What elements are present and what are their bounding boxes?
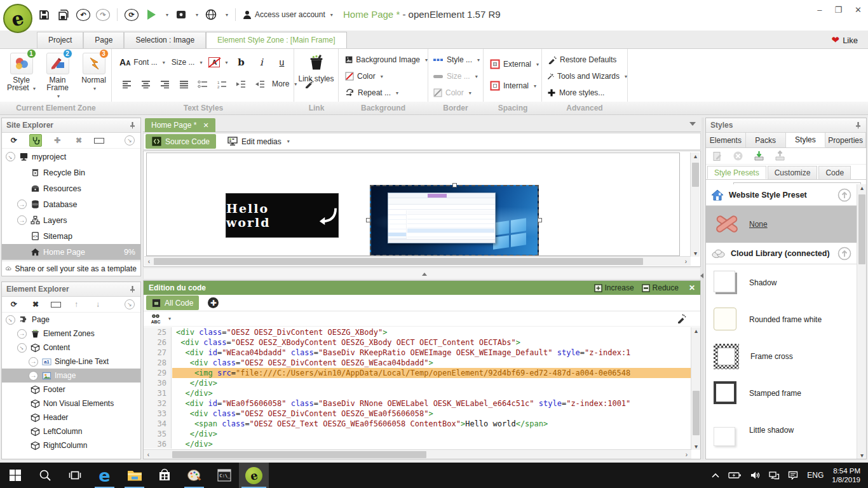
selected-image-element[interactable] <box>370 185 539 256</box>
code-line-34[interactable]: <span class="OESZ OESZ_Text OESZG_WEa0f5… <box>172 419 691 429</box>
vertical-splitter[interactable] <box>702 118 704 459</box>
tree-item-resources[interactable]: Resources <box>2 180 140 196</box>
decrease-indent-icon[interactable] <box>253 77 267 91</box>
code-line-36[interactable]: </div> <box>172 439 691 449</box>
style-preset-button[interactable]: 1 Style Preset ▾ <box>4 53 39 102</box>
text-color-button[interactable]: A▾ <box>208 55 227 70</box>
refresh-icon[interactable]: ⟳ <box>8 298 20 311</box>
scroll-down-icon[interactable]: ▾ <box>691 250 700 257</box>
expander-icon[interactable]: → <box>17 215 27 225</box>
tree-item-content[interactable]: → Content <box>2 341 140 355</box>
scrollbar-thumb[interactable] <box>692 163 699 187</box>
restore-button[interactable]: ❐ <box>834 5 842 15</box>
style-preset-none[interactable]: None <box>706 206 857 243</box>
spell-check-caret-icon[interactable]: ▾ <box>168 316 171 322</box>
tray-chevron-icon[interactable] <box>711 472 720 478</box>
scroll-left-icon[interactable]: ‹ <box>144 451 153 458</box>
save-icon[interactable] <box>37 7 51 22</box>
tree-item-sitemap[interactable]: <> Sitemap <box>2 228 140 244</box>
undo-icon[interactable]: ↶ <box>76 9 90 21</box>
ribbon-tab-project[interactable]: Project <box>37 32 83 48</box>
styles-subtab-code[interactable]: Code <box>818 166 851 179</box>
styles-tab-elements[interactable]: Elements <box>706 133 746 147</box>
move-down-icon[interactable]: ↓ <box>92 298 104 311</box>
underline-button[interactable]: u <box>275 55 288 69</box>
border-size-button[interactable]: Size ...▾ <box>433 69 483 84</box>
increase-button[interactable]: Increase <box>594 283 634 292</box>
expander-icon[interactable]: → <box>6 315 15 325</box>
code-vertical-scrollbar[interactable]: ▴ ▾ <box>691 327 700 450</box>
spacing-internal-button[interactable]: Internal▾ <box>490 78 541 93</box>
ribbon-tab-page[interactable]: Page <box>83 32 124 48</box>
expander-icon[interactable]: → <box>6 152 15 161</box>
spell-check-icon[interactable]: ABC <box>150 313 161 324</box>
edit-style-icon[interactable] <box>712 151 722 161</box>
bullet-list-icon[interactable] <box>196 77 210 91</box>
align-right-icon[interactable] <box>158 77 172 91</box>
tree-item-non-visual-elements[interactable]: Non Visual Elements <box>2 396 140 410</box>
remove-style-icon[interactable] <box>733 151 743 161</box>
volume-icon[interactable] <box>750 471 761 480</box>
site-check-icon[interactable] <box>29 134 42 147</box>
scrollbar-thumb[interactable] <box>693 391 700 435</box>
delete-icon[interactable]: ✖ <box>72 134 85 147</box>
publish-caret-icon[interactable]: ▾ <box>226 12 228 18</box>
redo-icon[interactable]: ↷ <box>96 9 110 21</box>
source-code-button[interactable]: Source Code <box>146 134 216 149</box>
taskbar-edge[interactable]: e <box>90 463 119 488</box>
border-color-button[interactable]: Color▾ <box>433 85 483 100</box>
styles-subtab-style-presets[interactable]: Style Presets <box>707 166 766 179</box>
link-styles-button[interactable]: Link styles <box>294 54 338 83</box>
align-justify-icon[interactable] <box>177 77 191 91</box>
italic-button[interactable]: i <box>254 55 268 69</box>
tree-item-single-line-text[interactable]: → a1 Single-Line Text <box>2 355 140 369</box>
code-line-28[interactable]: <div class="OESZ OESZ_DivContent OESZG_W… <box>172 358 691 368</box>
close-button[interactable]: ✕ <box>855 5 862 15</box>
scroll-up-icon[interactable]: ▴ <box>857 184 867 191</box>
more-styles-button[interactable]: More styles... <box>547 85 627 100</box>
reduce-button[interactable]: Reduce <box>642 283 679 292</box>
export-icon[interactable] <box>174 7 188 22</box>
code-lines[interactable]: <div class="OESZ OESZ_DivContent OESZG_X… <box>172 327 691 449</box>
ribbon-tab-element-style-zone-main-frame[interactable]: Element Style Zone : [Main Frame] <box>206 32 346 48</box>
size-button[interactable]: Size ...▾ <box>172 55 203 70</box>
taskbar-store[interactable] <box>149 463 179 488</box>
taskbar-clock[interactable]: 8:54 PM 1/8/2019 <box>832 466 860 484</box>
like-button[interactable]: ❤ Like <box>832 34 858 46</box>
move-up-icon[interactable]: ↑ <box>70 298 83 311</box>
close-code-panel-icon[interactable]: ✕ <box>689 283 695 292</box>
section-header-website-style-preset[interactable]: Website Style Preset <box>706 184 857 206</box>
hello-world-label-element[interactable]: Hello world <box>226 193 339 238</box>
background-color-button[interactable]: Color▾ <box>345 69 428 84</box>
all-code-tab[interactable]: All Code <box>146 295 199 310</box>
tree-item-myproject[interactable]: → myproject <box>2 149 140 165</box>
selection-handle-top[interactable] <box>452 183 457 187</box>
close-tab-icon[interactable]: ✕ <box>203 121 208 130</box>
style-preset-rounded-frame-white[interactable]: Rounded frame white <box>706 301 857 338</box>
tree-item-footer[interactable]: Footer <box>2 383 140 396</box>
add-icon[interactable]: ✚ <box>51 134 64 147</box>
scroll-up-icon[interactable]: ▴ <box>691 152 700 159</box>
main-frame-button[interactable]: 2 Main Frame▾ <box>40 53 75 102</box>
delete-icon[interactable]: ✖ <box>29 298 42 311</box>
tree-item-page[interactable]: → Page <box>2 313 140 327</box>
tree-item-layers[interactable]: → Layers <box>2 212 140 228</box>
page-surface[interactable]: Hello world <box>146 152 680 256</box>
export-style-icon[interactable] <box>775 151 785 161</box>
panel-menu-icon[interactable]: ↘ <box>125 299 135 309</box>
tree-item-rightcolumn[interactable]: RightColumn <box>2 438 140 452</box>
expander-icon[interactable]: → <box>17 329 27 339</box>
battery-icon[interactable] <box>728 471 742 479</box>
save-all-icon[interactable] <box>57 7 71 22</box>
scroll-down-icon[interactable]: ▾ <box>857 452 867 459</box>
border-style-button[interactable]: Style ...▾ <box>433 52 483 67</box>
selection-handle-left[interactable] <box>366 218 370 222</box>
code-horizontal-scrollbar[interactable]: ‹ › <box>144 449 691 459</box>
code-line-25[interactable]: <div class="OESZ OESZ_DivContent OESZG_X… <box>172 327 691 337</box>
code-line-27[interactable]: <div id="WEaca04bdadd" class="BaseDiv RK… <box>172 348 691 358</box>
tree-item-leftcolumn[interactable]: LeftColumn <box>2 424 140 438</box>
style-preset-frame-cross[interactable]: Frame cross <box>706 338 857 375</box>
tree-item-home-page[interactable]: Home Page 9% <box>2 244 140 260</box>
refresh-icon[interactable]: ⟳ <box>8 134 20 147</box>
export-caret-icon[interactable]: ▾ <box>196 12 198 18</box>
